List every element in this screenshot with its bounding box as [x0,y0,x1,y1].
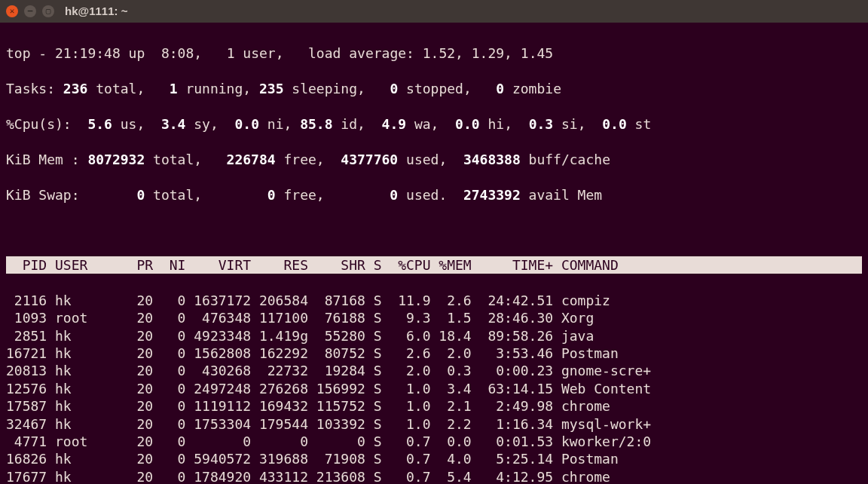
terminal-output[interactable]: top - 21:19:48 up 8:08, 1 user, load ave… [0,23,868,484]
table-row: 12576 hk 20 0 2497248 276268 156992 S 1.… [6,380,862,397]
close-icon[interactable]: ✕ [6,5,18,17]
titlebar: ✕ – ▢ hk@1111: ~ [0,0,868,23]
table-row: 32467 hk 20 0 1753304 179544 103392 S 1.… [6,415,862,433]
table-row: 2851 hk 20 0 4923348 1.419g 55280 S 6.0 … [6,327,862,345]
summary-cpu: %Cpu(s): 5.6 us, 3.4 sy, 0.0 ni, 85.8 id… [6,115,862,133]
table-row: 16721 hk 20 0 1562808 162292 80752 S 2.6… [6,345,862,362]
process-list: 2116 hk 20 0 1637172 206584 87168 S 11.9… [6,292,862,484]
table-row: 2116 hk 20 0 1637172 206584 87168 S 11.9… [6,292,862,309]
table-row: 4771 root 20 0 0 0 0 S 0.7 0.0 0:01.53 k… [6,433,862,450]
minimize-icon[interactable]: – [24,5,36,17]
process-header: PID USER PR NI VIRT RES SHR S %CPU %MEM … [6,256,862,274]
window-controls: ✕ – ▢ [6,5,54,17]
table-row: 17587 hk 20 0 1119112 169432 115752 S 1.… [6,397,862,415]
table-row: 20813 hk 20 0 430268 22732 19284 S 2.0 0… [6,362,862,379]
blank-line [6,221,862,238]
summary-swap: KiB Swap: 0 total, 0 free, 0 used. 27433… [6,186,862,204]
summary-tasks: Tasks: 236 total, 1 running, 235 sleepin… [6,80,862,97]
summary-mem: KiB Mem : 8072932 total, 226784 free, 43… [6,151,862,168]
summary-top: top - 21:19:48 up 8:08, 1 user, load ave… [6,44,862,62]
table-row: 1093 root 20 0 476348 117100 76188 S 9.3… [6,309,862,326]
table-row: 16826 hk 20 0 5940572 319688 71908 S 0.7… [6,450,862,467]
window-title: hk@1111: ~ [65,4,127,19]
maximize-icon[interactable]: ▢ [42,5,54,17]
table-row: 17677 hk 20 0 1784920 433112 213608 S 0.… [6,468,862,484]
